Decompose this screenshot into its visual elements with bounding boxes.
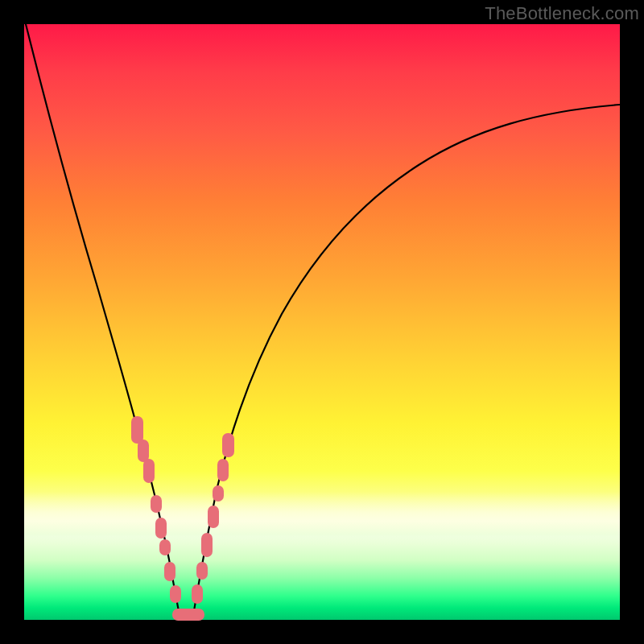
svg-rect-1 <box>138 440 149 462</box>
markers-left <box>131 416 181 603</box>
chart-svg <box>24 24 620 620</box>
svg-rect-8 <box>172 609 204 621</box>
attribution-text: TheBottleneck.com <box>485 3 639 24</box>
svg-rect-0 <box>131 416 143 444</box>
svg-rect-4 <box>155 518 167 539</box>
svg-rect-15 <box>222 433 234 457</box>
svg-rect-2 <box>143 459 155 483</box>
curve-right-branch <box>192 105 620 620</box>
svg-rect-12 <box>208 506 219 528</box>
plot-area <box>24 24 620 620</box>
svg-rect-5 <box>159 539 171 555</box>
svg-rect-7 <box>170 585 181 603</box>
svg-rect-3 <box>151 495 162 513</box>
svg-rect-11 <box>201 533 213 557</box>
svg-rect-10 <box>196 562 208 580</box>
svg-rect-9 <box>192 584 203 604</box>
markers-right <box>192 433 234 604</box>
markers-bottom <box>172 609 204 621</box>
outer-frame: TheBottleneck.com <box>0 0 644 644</box>
svg-rect-13 <box>213 485 224 502</box>
svg-rect-14 <box>217 459 229 481</box>
svg-rect-6 <box>164 562 175 581</box>
